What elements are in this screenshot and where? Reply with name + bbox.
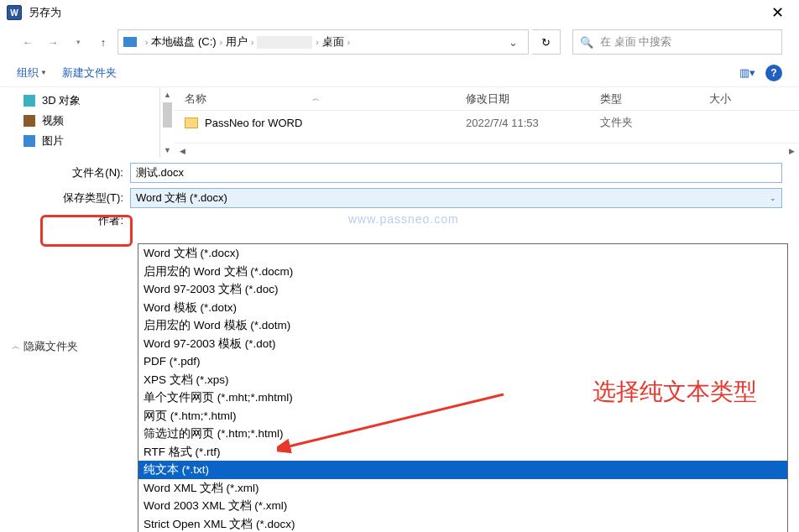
chevron-right-icon: › xyxy=(251,38,253,47)
3d-objects-icon xyxy=(24,95,35,107)
dropdown-option[interactable]: Strict Open XML 文档 (*.docx) xyxy=(138,515,787,533)
header-type[interactable]: 类型 xyxy=(600,91,709,107)
scroll-thumb[interactable] xyxy=(163,102,172,128)
organize-label: 组织 xyxy=(17,65,39,81)
back-button[interactable]: ← xyxy=(17,31,39,53)
search-input[interactable]: 🔍 在 桌面 中搜索 xyxy=(572,29,782,55)
savetype-label: 保存类型(T): xyxy=(46,190,130,206)
sidebar-scrollbar[interactable]: ▲ ▼ xyxy=(159,87,175,158)
sidebar-item-video[interactable]: 视频 xyxy=(0,111,159,131)
chevron-right-icon: › xyxy=(347,38,350,47)
crumb-users[interactable]: 用户 xyxy=(226,34,248,50)
pictures-icon xyxy=(24,135,35,147)
dropdown-option[interactable]: 启用宏的 Word 文档 (*.docm) xyxy=(138,263,787,281)
folder-icon xyxy=(185,117,198,128)
dropdown-option[interactable]: Word 97-2003 模板 (*.dot) xyxy=(138,335,787,353)
hide-folders-toggle[interactable]: ︿ 隐藏文件夹 xyxy=(12,339,78,354)
hide-folders-label: 隐藏文件夹 xyxy=(24,339,78,354)
forward-button[interactable]: → xyxy=(42,31,64,53)
header-date[interactable]: 修改日期 xyxy=(466,91,600,107)
new-folder-button[interactable]: 新建文件夹 xyxy=(62,65,117,81)
scroll-left-icon[interactable]: ◀ xyxy=(175,147,190,155)
watermark-text: www.passneo.com xyxy=(348,212,459,226)
filename-input[interactable] xyxy=(130,163,782,183)
sidebar-item-label: 图片 xyxy=(42,133,64,149)
scroll-right-icon[interactable]: ▶ xyxy=(784,147,799,155)
annotation-text: 选择纯文本类型 xyxy=(593,376,757,408)
help-button[interactable]: ? xyxy=(765,65,782,81)
word-app-icon: W xyxy=(7,5,22,20)
close-button[interactable]: ✕ xyxy=(763,3,792,22)
up-button[interactable]: ↑ xyxy=(92,31,114,53)
header-size[interactable]: 大小 xyxy=(709,91,789,107)
window-title: 另存为 xyxy=(29,5,763,20)
chevron-right-icon: › xyxy=(316,38,318,47)
scroll-down-icon[interactable]: ▼ xyxy=(160,143,175,158)
dropdown-option[interactable]: Word 模板 (*.dotx) xyxy=(138,299,787,317)
sidebar-item-label: 3D 对象 xyxy=(42,93,81,108)
sidebar-item-3d[interactable]: 3D 对象 xyxy=(0,91,159,111)
sidebar: 3D 对象 视频 图片 xyxy=(0,87,159,158)
scroll-up-icon[interactable]: ▲ xyxy=(160,87,175,102)
sidebar-item-label: 视频 xyxy=(42,113,64,128)
path-dropdown-icon[interactable]: ⌄ xyxy=(509,36,518,49)
row-name-text: PassNeo for WORD xyxy=(205,117,302,129)
horizontal-scrollbar[interactable]: ◀ ▶ xyxy=(175,143,799,158)
savetype-combobox[interactable]: Word 文档 (*.docx) ⌄ xyxy=(130,188,782,208)
crumb-desktop[interactable]: 桌面 xyxy=(322,34,344,50)
chevron-icon: ︿ xyxy=(12,341,20,352)
savetype-value: Word 文档 (*.docx) xyxy=(136,190,227,206)
dropdown-option[interactable]: PDF (*.pdf) xyxy=(138,352,787,371)
chevron-down-icon: ▼ xyxy=(40,69,47,76)
search-icon: 🔍 xyxy=(580,36,593,49)
organize-button[interactable]: 组织 ▼ xyxy=(17,65,47,81)
table-row[interactable]: PassNeo for WORD 2022/7/4 11:53 文件夹 xyxy=(175,111,799,134)
dropdown-option[interactable]: Word XML 文档 (*.xml) xyxy=(138,479,787,498)
chevron-down-icon: ⌄ xyxy=(770,194,776,202)
chevron-right-icon: › xyxy=(220,38,222,47)
crumb-root[interactable]: 本地磁盘 (C:) xyxy=(151,34,216,50)
crumb-redacted[interactable]: xxxx xyxy=(257,36,312,49)
annotation-arrow xyxy=(277,390,512,457)
history-dropdown[interactable]: ▾ xyxy=(67,31,89,53)
row-type-text: 文件夹 xyxy=(600,115,709,130)
dropdown-option[interactable]: Word 2003 XML 文档 (*.xml) xyxy=(138,497,787,515)
breadcrumb-bar[interactable]: › 本地磁盘 (C:) › 用户 › xxxx › 桌面 › ⌄ xyxy=(118,29,529,55)
annotation-highlight-box xyxy=(40,215,133,247)
row-date-text: 2022/7/4 11:53 xyxy=(466,117,600,129)
drive-icon xyxy=(123,37,137,47)
search-placeholder: 在 桌面 中搜索 xyxy=(600,34,671,50)
dropdown-option[interactable]: Word 97-2003 文档 (*.doc) xyxy=(138,280,787,299)
svg-line-0 xyxy=(285,394,504,447)
dropdown-option[interactable]: 启用宏的 Word 模板 (*.dotm) xyxy=(138,316,787,335)
sort-asc-icon: ︿ xyxy=(312,93,320,104)
refresh-button[interactable]: ↻ xyxy=(532,29,561,55)
video-icon xyxy=(24,115,35,127)
sidebar-item-pictures[interactable]: 图片 xyxy=(0,131,159,151)
chevron-right-icon: › xyxy=(145,38,148,47)
dropdown-option[interactable]: 纯文本 (*.txt) xyxy=(138,461,787,479)
view-options-button[interactable]: ▥▾ xyxy=(739,66,755,79)
header-name[interactable]: 名称 xyxy=(185,91,206,107)
dropdown-option[interactable]: Word 文档 (*.docx) xyxy=(138,244,787,263)
file-list: 名称︿ 修改日期 类型 大小 PassNeo for WORD 2022/7/4… xyxy=(175,87,799,158)
filename-label: 文件名(N): xyxy=(46,165,130,180)
